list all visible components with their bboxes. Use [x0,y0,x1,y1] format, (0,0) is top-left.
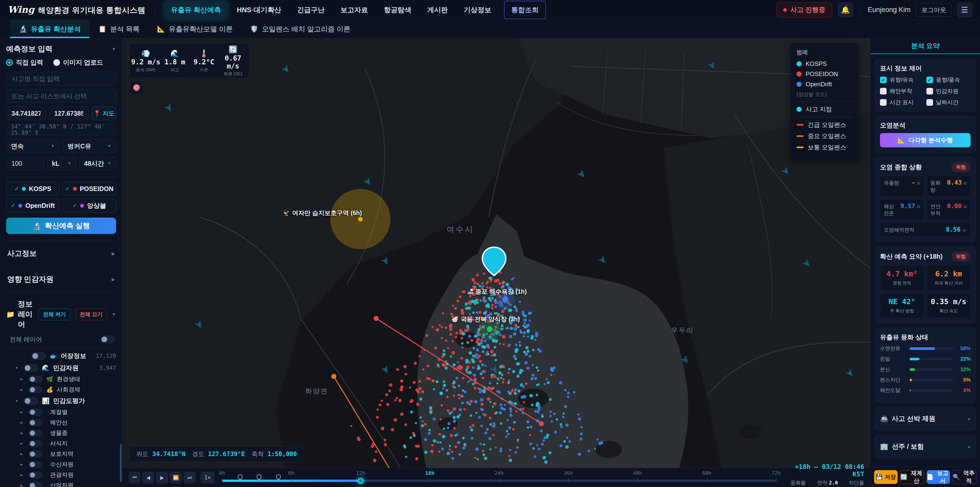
expand-chevron-icon[interactable]: ▶ [21,377,24,381]
sidebar-section-row[interactable]: 영향 민감자원 ▶ [6,267,116,292]
expand-chevron-icon[interactable]: ▶ [21,484,24,487]
layer-child-row[interactable]: ▶ 생물종 [6,428,116,438]
layer-row[interactable]: 🐟 어장정보 17,129 [6,350,116,362]
all-layers-off-button[interactable]: 전체 끄기 [75,308,107,320]
collapse-chevron-icon[interactable]: ▼ [111,312,116,317]
layer-toggle[interactable] [29,409,42,416]
incident-name-input[interactable] [6,72,116,86]
oil-type-select[interactable]: 벙커C유 ▼ [63,139,116,153]
expand-chevron-icon[interactable]: ▶ [21,463,24,466]
tab[interactable]: 🛡️ 오일펜스 배치 알고리즘 이론 [242,20,359,38]
action-button[interactable]: 📄 보고서 [927,470,950,484]
amount-input[interactable] [6,156,44,170]
action-button[interactable]: 💾 저장 [874,470,897,484]
display-option-checkbox[interactable]: 해안부착 [880,87,924,95]
collapsible-card[interactable]: 🏢 선주 / 보험 ▸ [875,435,976,458]
action-button[interactable]: 🔍 역추적 [953,470,977,484]
master-layer-toggle[interactable] [100,335,115,343]
layer-toggle[interactable] [29,376,42,383]
expand-chevron-icon[interactable]: ▶ [21,421,24,425]
nav-item[interactable]: 게시판 [421,1,455,19]
run-prediction-button[interactable]: 🔬 확산예측 실행 [6,217,116,234]
collapsible-card[interactable]: 🚢 사고 선박 제원 ▸ [875,407,976,431]
expand-chevron-icon[interactable]: ▶ [21,431,24,435]
nav-item[interactable]: 항공탐색 [377,1,418,19]
display-option-checkbox[interactable]: 시간 표시 [880,99,924,106]
polygon-analysis-button[interactable]: 📐 다각형 분석수행 [880,133,970,147]
layer-child-row[interactable]: ▶ 관광자원 [6,469,116,480]
duration-select[interactable]: 48시간 ▼ [80,156,116,170]
nav-item[interactable]: 통합조회 [504,1,546,19]
longitude-input[interactable] [49,107,89,120]
map-canvas[interactable]: 여수시 화양면 우두리 🦅 여자만 습지보호구역 (6h) 🏖 종포 해수욕장 … [123,38,870,487]
expand-chevron-icon[interactable]: ▶ [21,388,24,391]
input-mode-radio[interactable]: 이미지 업로드 [53,58,103,67]
tab[interactable]: 📋 분석 목록 [89,20,148,38]
layer-child-row[interactable]: ▶ 수산자원 [6,459,116,469]
tab[interactable]: 🔬 유출유 확산분석 [10,20,89,38]
protected-area-marker-label[interactable]: 🦅 여자만 습지보호구역 (6h) [283,209,362,217]
timeline-track[interactable]: 0h6h12h18h24h36h48h60h72h [222,468,776,487]
layer-toggle[interactable] [29,440,42,447]
nav-item[interactable]: 긴급구난 [290,1,331,19]
layer-toggle[interactable] [29,482,42,487]
logout-button[interactable]: 로그아웃 [916,3,951,17]
nav-item[interactable]: HNS·대기확산 [230,1,288,19]
play-button[interactable]: ▶ [156,472,168,484]
layer-toggle[interactable] [29,419,42,426]
expand-chevron-icon[interactable]: ▶ [21,473,24,477]
latitude-input[interactable] [6,107,46,120]
nav-item[interactable]: 유출유 확산예측 [164,1,228,19]
layer-toggle[interactable] [29,430,42,437]
skip-end-button[interactable]: ⏭ [184,472,196,484]
layer-child-row[interactable]: ▶ 🌿 환경생태 [6,374,116,384]
hamburger-menu-button[interactable]: ☰ [957,2,972,18]
expand-chevron-icon[interactable]: ▶ [21,442,24,445]
action-button[interactable]: 🔄 재계산 [900,470,924,484]
model-toggle-chip[interactable]: ✓ OpenDrift [6,199,60,212]
nav-item[interactable]: 기상정보 [457,1,498,19]
display-option-checkbox[interactable]: ✓ 유향/유속 [880,76,924,84]
layer-child-row[interactable]: ▶ 서식지 [6,438,116,449]
layer-toggle[interactable] [31,352,46,360]
layer-row[interactable]: ▼ 🌊 민감자원 3,947 [6,362,116,374]
playback-speed-button[interactable]: 1× [200,472,215,484]
expand-chevron-icon[interactable]: ▼ [15,399,20,403]
recenter-button[interactable]: 🎯 [129,81,144,94]
unit-select[interactable]: kL ▼ [47,156,76,170]
farm-marker-label[interactable]: 🦪 국동 전복 양식장 (3h) [451,315,520,323]
collapse-chevron-icon[interactable]: ▼ [111,46,116,52]
step-back-button[interactable]: ◀ [142,472,154,484]
spill-type-select[interactable]: 연속 ▼ [6,139,60,153]
expand-chevron-icon[interactable]: ▼ [15,366,20,370]
display-option-checkbox[interactable]: 날짜시간 [926,99,971,106]
display-option-checkbox[interactable]: ✓ 풍향/풍속 [926,76,971,84]
layer-row[interactable]: ▼ 📊 민감도평가 [6,395,116,407]
sidebar-section-row[interactable]: 사고정보 ▶ [6,241,116,267]
layer-child-row[interactable]: ▶ 산업자원 [6,480,116,487]
incident-list-input[interactable] [6,89,116,103]
model-toggle-chip[interactable]: ✓ 앙상블 [63,199,116,212]
expand-chevron-icon[interactable]: ▶ [21,452,24,456]
layer-child-row[interactable]: ▶ 해안선 [6,417,116,428]
model-toggle-chip[interactable]: ✓ KOSPS [6,182,60,196]
fast-forward-button[interactable]: ⏩ [170,472,182,484]
input-mode-radio[interactable]: 직접 입력 [6,58,43,67]
pick-on-map-button[interactable]: 📍 지도 [92,107,116,120]
layer-toggle[interactable] [29,386,42,393]
expand-chevron-icon[interactable]: ▶ [21,410,24,414]
skip-start-button[interactable]: ⏮ [129,472,140,484]
model-toggle-chip[interactable]: ✓ POSEIDON [63,182,116,196]
all-layers-on-button[interactable]: 전체 켜기 [38,308,70,320]
nav-item[interactable]: 보고자료 [334,1,375,19]
layer-child-row[interactable]: ▶ 보호지역 [6,449,116,459]
display-option-checkbox[interactable]: 민감자원 [926,87,971,95]
tab[interactable]: 📐 유출유확산모델 이론 [148,20,242,38]
layer-toggle[interactable] [29,461,42,468]
sidebar-scrollbar[interactable] [120,444,122,482]
layer-toggle[interactable] [29,471,42,479]
layer-child-row[interactable]: ▶ 계절별 [6,407,116,417]
layer-toggle[interactable] [29,450,42,458]
layer-child-row[interactable]: ▶ 💰 사회경제 [6,384,116,395]
notifications-button[interactable]: 🔔 [838,2,853,18]
